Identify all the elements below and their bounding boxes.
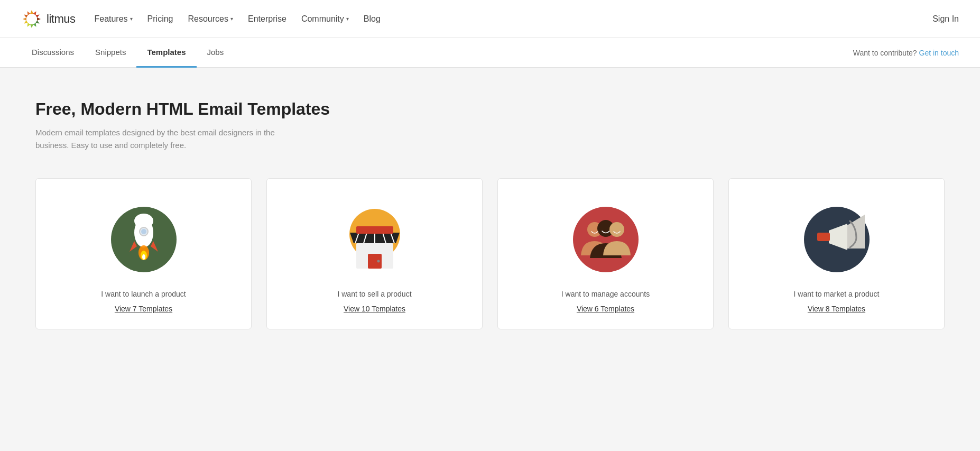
subnav: Discussions Snippets Templates Jobs Want… xyxy=(0,38,980,68)
navbar-right: Sign In xyxy=(932,14,959,24)
nav-resources[interactable]: Resources ▾ xyxy=(188,14,233,24)
tab-jobs[interactable]: Jobs xyxy=(197,38,235,68)
navbar: litmus Features ▾ Pricing Resources ▾ En… xyxy=(0,0,980,38)
launch-label: I want to launch a product xyxy=(101,290,186,298)
logo-text: litmus xyxy=(47,12,75,26)
sell-templates-link[interactable]: View 10 Templates xyxy=(344,305,405,313)
card-accounts: I want to manage accounts View 6 Templat… xyxy=(497,178,714,329)
market-icon-wrap xyxy=(802,205,871,274)
accounts-icon-wrap xyxy=(571,205,640,274)
accounts-label: I want to manage accounts xyxy=(561,290,650,298)
launch-icon-wrap xyxy=(109,205,178,274)
launch-templates-link[interactable]: View 7 Templates xyxy=(115,305,172,313)
card-launch: I want to launch a product View 7 Templa… xyxy=(35,178,252,329)
tab-snippets[interactable]: Snippets xyxy=(85,38,136,68)
subnav-tabs: Discussions Snippets Templates Jobs xyxy=(21,38,234,67)
nav-pricing[interactable]: Pricing xyxy=(147,14,173,24)
community-arrow-icon: ▾ xyxy=(346,16,349,22)
logo[interactable]: litmus xyxy=(21,8,75,30)
signin-link[interactable]: Sign In xyxy=(932,14,959,23)
svg-rect-14 xyxy=(356,226,393,234)
get-in-touch-link[interactable]: Get in touch xyxy=(919,49,959,57)
nav-links: Features ▾ Pricing Resources ▾ Enterpris… xyxy=(94,14,380,24)
tab-discussions[interactable]: Discussions xyxy=(21,38,85,68)
sell-label: I want to sell a product xyxy=(337,290,411,298)
tab-templates[interactable]: Templates xyxy=(136,38,196,68)
nav-enterprise[interactable]: Enterprise xyxy=(248,14,286,24)
sell-icon-wrap xyxy=(340,205,409,274)
subnav-contribute: Want to contribute? Get in touch xyxy=(853,38,959,67)
page-heading: Free, Modern HTML Email Templates xyxy=(35,99,945,119)
svg-point-18 xyxy=(609,222,624,237)
nav-community[interactable]: Community ▾ xyxy=(301,14,349,24)
features-arrow-icon: ▾ xyxy=(130,16,133,22)
svg-point-6 xyxy=(141,229,146,234)
litmus-logo-icon xyxy=(21,8,42,30)
svg-point-13 xyxy=(377,260,380,263)
navbar-left: litmus Features ▾ Pricing Resources ▾ En… xyxy=(21,8,381,30)
card-market: I want to market a product View 8 Templa… xyxy=(728,178,945,329)
svg-rect-22 xyxy=(817,233,830,241)
resources-arrow-icon: ▾ xyxy=(230,16,233,22)
page-subheading: Modern email templates designed by the b… xyxy=(35,126,310,152)
store-icon xyxy=(340,205,409,274)
people-icon xyxy=(571,205,640,274)
svg-point-1 xyxy=(28,15,35,23)
nav-blog[interactable]: Blog xyxy=(364,14,381,24)
cards-grid: I want to launch a product View 7 Templa… xyxy=(35,178,945,329)
market-templates-link[interactable]: View 8 Templates xyxy=(808,305,865,313)
svg-point-9 xyxy=(142,254,145,260)
svg-point-15 xyxy=(573,207,639,272)
megaphone-icon xyxy=(802,205,871,274)
main-content: Free, Modern HTML Email Templates Modern… xyxy=(14,68,966,372)
rocket-icon xyxy=(109,205,178,274)
market-label: I want to market a product xyxy=(794,290,880,298)
svg-point-4 xyxy=(134,214,153,228)
nav-features[interactable]: Features ▾ xyxy=(94,14,132,24)
accounts-templates-link[interactable]: View 6 Templates xyxy=(577,305,634,313)
card-sell: I want to sell a product View 10 Templat… xyxy=(266,178,483,329)
